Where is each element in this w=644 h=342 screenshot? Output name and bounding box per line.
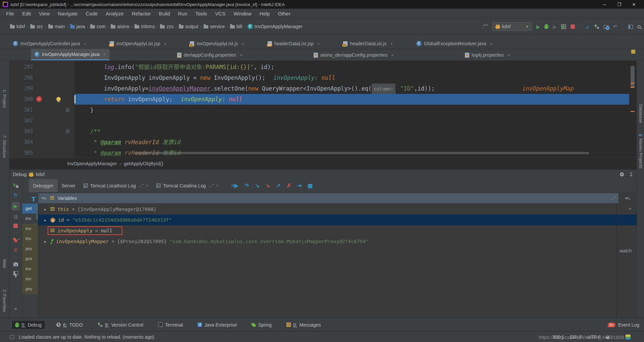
menu-item-refactor[interactable]: Refactor <box>128 11 155 16</box>
pause-icon[interactable] <box>14 215 17 219</box>
editor-code-area[interactable]: log.info("根据id获取开票申请对象:PARAMS[id:{}]", i… <box>74 61 629 158</box>
menu-item-view[interactable]: View <box>35 11 54 16</box>
tool-window-button-java-enterprise[interactable]: JJava Enterprise <box>195 321 240 329</box>
tab-headerdatalist-js[interactable]: JSheaderDataList.js× <box>340 38 396 49</box>
expand-watches-icon[interactable]: » <box>629 206 631 211</box>
step-into-icon[interactable]: ↘ <box>255 183 259 188</box>
stop-icon[interactable] <box>13 224 18 228</box>
tab-globalexceptionresolver-java[interactable]: CGlobalExceptionResolver.java× <box>413 38 496 49</box>
close-icon[interactable]: × <box>317 41 320 46</box>
frame-row[interactable]: get <box>22 204 38 214</box>
tool-window-button-maven-projects[interactable]: Maven Projects <box>638 138 643 169</box>
frames-scrollbar-thumb[interactable] <box>36 206 38 220</box>
gutter-row[interactable]: 298 <box>9 72 74 83</box>
close-icon[interactable]: × <box>241 41 244 46</box>
close-icon[interactable]: × <box>84 41 86 46</box>
frames-pane[interactable]: getinvinvinvproproinvinvpro <box>22 192 38 318</box>
close-icon[interactable]: × <box>490 41 493 46</box>
tab-headerdatalist-jsp[interactable]: JSPheaderDataList.jsp× <box>264 38 323 49</box>
code-line-304[interactable]: * @param rvHeaderId 发票id <box>74 137 629 148</box>
mute-breakpoints-icon[interactable]: ⊘ <box>13 247 18 252</box>
settings-gear-icon[interactable] <box>620 172 624 177</box>
fold-marker-icon[interactable]: ▾ <box>66 129 69 133</box>
run-disabled-icon[interactable]: ▶ <box>553 24 557 29</box>
step-over-icon[interactable]: ↷ <box>245 183 249 188</box>
tab-log4j-properties[interactable]: log4j.properties× <box>462 50 513 60</box>
code-line-299[interactable]: invOpenApply=invOpenApplyMapper.selectOn… <box>74 83 629 94</box>
tab-invopenapplylist-jsp[interactable]: JSPinvOpenApplyList.jsp× <box>106 38 170 49</box>
run-to-cursor-icon[interactable]: ⇥ <box>297 183 302 188</box>
maximize-button[interactable]: ❐ <box>612 2 627 7</box>
expand-arrow-icon[interactable]: ▶ <box>44 240 48 243</box>
thread-dump-icon[interactable] <box>13 263 18 266</box>
menu-item-analyze[interactable]: Analyze <box>102 11 127 16</box>
evaluate-expression-icon[interactable]: ▦ <box>308 183 313 188</box>
menu-item-file[interactable]: File <box>2 11 18 16</box>
add-to-watches-icon[interactable]: →″ <box>610 196 615 201</box>
gutter-row[interactable]: 303▾ <box>9 126 74 137</box>
breadcrumb-item-com[interactable]: com <box>90 24 105 29</box>
gutter-row[interactable]: 299 <box>9 83 74 94</box>
tab-invopenapplycontroller-java[interactable]: CInvOpenApplyController.java× <box>9 38 90 49</box>
breadcrumb-item-bill[interactable]: bill <box>230 24 242 29</box>
breadcrumb-method[interactable]: getApplyObjById() <box>124 161 163 166</box>
variable-row-id[interactable]: ▶pid="e535dc1c42154d3d986abde7f24b313f" <box>38 215 637 225</box>
frame-row[interactable]: pro <box>22 244 38 254</box>
code-line-297[interactable]: log.info("根据id获取开票申请对象:PARAMS[id:{}]", i… <box>74 62 629 72</box>
tool-window-button-7-structure[interactable]: 7: Structure <box>2 135 7 158</box>
frame-row[interactable]: inv <box>22 274 38 284</box>
code-line-302[interactable] <box>74 115 629 126</box>
expand-arrow-icon[interactable]: ▶ <box>44 208 48 211</box>
run-configuration-select[interactable]: kdxf ▼ <box>492 22 532 31</box>
tool-window-button-web[interactable]: Web <box>2 259 7 268</box>
reload-classes-icon[interactable]: ↻ <box>13 192 18 197</box>
tool-window-button-debug[interactable]: 5:Debug <box>12 321 45 329</box>
frame-row[interactable]: inv <box>22 234 38 244</box>
sort-by-numbers-icon[interactable] <box>482 24 488 29</box>
variables-tree[interactable]: ▶this={InvOpenApplyManager@17088}▶pid="e… <box>38 204 637 318</box>
rerun-icon[interactable] <box>13 182 18 188</box>
filter-funnel-icon[interactable] <box>31 197 36 199</box>
close-icon[interactable]: × <box>240 53 243 58</box>
menu-item-navigate[interactable]: Navigate <box>54 11 82 16</box>
run-icon[interactable]: ▶ <box>536 24 540 29</box>
tool-window-button-spring[interactable]: Spring <box>249 321 274 329</box>
variable-row-invOpenApply[interactable]: ▶invOpenApply=null <box>38 225 637 236</box>
warning-stripe-mark[interactable] <box>631 111 635 112</box>
breadcrumb-class[interactable]: InvOpenApplyManager <box>67 161 117 166</box>
intention-bulb-icon[interactable] <box>56 97 61 101</box>
code-line-305[interactable]: * @param rvHeaderId 发票id <box>74 148 629 158</box>
code-editor[interactable]: 297298299300✓301▴302303▾304305 log.info(… <box>9 61 637 158</box>
frame-row[interactable]: inv <box>22 214 38 224</box>
tool-window-button-1-project[interactable]: 1: Project <box>2 90 7 108</box>
close-icon[interactable]: × <box>146 183 148 188</box>
resume-button[interactable]: ▶ <box>12 202 20 210</box>
scrollbar-thumb[interactable] <box>631 66 635 88</box>
code-line-303[interactable]: /** <box>74 126 629 137</box>
recent-changes-icon[interactable] <box>604 25 608 29</box>
code-line-300[interactable]: return invOpenApply;invOpenApply: null <box>74 94 629 105</box>
breadcrumb-item-java[interactable]: java <box>70 24 85 29</box>
gutter-row[interactable]: 305 <box>9 148 74 158</box>
warning-stripe-mark[interactable] <box>631 83 635 84</box>
debug-tab-debugger[interactable]: Debugger <box>29 179 58 192</box>
breadcrumb-item-service[interactable]: service <box>204 24 225 29</box>
warning-stripe-mark[interactable] <box>631 87 635 88</box>
breadcrumb-item-aisino[interactable]: aisino <box>111 24 129 29</box>
more-icon[interactable]: » <box>14 306 17 311</box>
tool-window-button-2-favorites[interactable]: 2: Favorites <box>2 289 7 312</box>
stop-icon[interactable] <box>571 24 575 29</box>
code-line-301[interactable]: } <box>74 105 629 115</box>
view-options-icon[interactable]: ▾≡₂ <box>42 196 47 201</box>
frame-row[interactable]: pro <box>22 284 38 294</box>
close-icon[interactable]: × <box>390 41 393 46</box>
step-out-icon[interactable]: ↗ <box>276 183 280 188</box>
breadcrumb-item-zzs[interactable]: zzs <box>160 24 173 29</box>
tab-aisino-dev-appconfig-properties[interactable]: aisino_dev\appConfig.properties× <box>310 50 397 60</box>
restore-layout-icon[interactable] <box>13 271 18 275</box>
menu-item-code[interactable]: Code <box>82 11 102 16</box>
code-line-298[interactable]: InvOpenApply invOpenApply = new InvOpenA… <box>74 72 629 83</box>
horizontal-scrollbar[interactable] <box>135 152 589 154</box>
breadcrumb-item-infoms[interactable]: infoms <box>135 24 155 29</box>
menu-item-run[interactable]: Run <box>174 11 192 16</box>
